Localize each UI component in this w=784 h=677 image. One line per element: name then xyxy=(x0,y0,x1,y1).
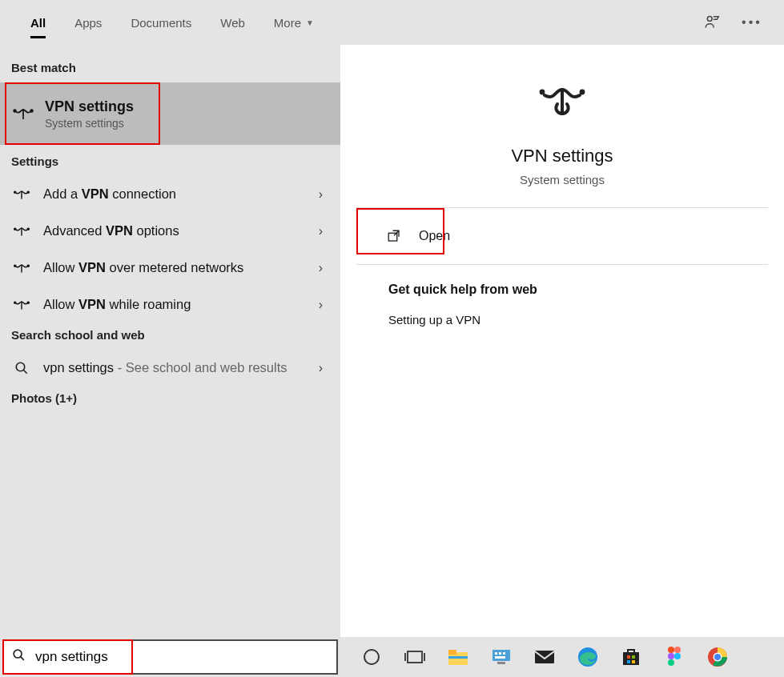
open-label: Open xyxy=(419,229,450,243)
tab-documents[interactable]: Documents xyxy=(116,0,206,45)
search-web-query: vpn settings xyxy=(43,360,114,375)
taskbar-figma[interactable] xyxy=(661,643,688,671)
taskbar xyxy=(0,637,784,677)
vpn-icon xyxy=(11,261,32,275)
tab-all[interactable]: All xyxy=(16,0,60,45)
settings-row-0[interactable]: Add a VPN connection› xyxy=(0,176,340,213)
vpn-icon xyxy=(11,187,32,202)
ellipsis-icon: ••• xyxy=(742,15,762,30)
taskbar-screen-keyboard[interactable] xyxy=(488,643,515,671)
open-button[interactable]: Open xyxy=(356,213,768,259)
tab-apps[interactable]: Apps xyxy=(60,0,116,45)
search-icon xyxy=(11,361,32,375)
taskbar-task-view[interactable] xyxy=(401,643,428,671)
search-web-row[interactable]: vpn settings - See school and web result… xyxy=(0,350,340,387)
settings-row-label: Advanced VPN options xyxy=(43,222,319,239)
vpn-icon xyxy=(11,298,32,312)
best-match-section: VPN settings System settings xyxy=(0,82,340,145)
quick-help-link[interactable]: Setting up a VPN xyxy=(388,313,768,326)
search-icon xyxy=(12,648,26,666)
detail-pane: VPN settings System settings Open Get qu… xyxy=(340,45,784,637)
svg-point-42 xyxy=(668,659,674,666)
svg-line-12 xyxy=(23,370,27,374)
detail-subtitle: System settings xyxy=(520,173,605,186)
svg-point-38 xyxy=(668,647,674,653)
search-web-suffix: - See school and web results xyxy=(114,360,287,375)
svg-point-11 xyxy=(16,363,25,371)
detail-title: VPN settings xyxy=(511,146,613,166)
quick-help-header: Get quick help from web xyxy=(388,282,768,297)
more-options-button[interactable]: ••• xyxy=(741,11,763,34)
taskbar-cortana[interactable] xyxy=(358,643,385,671)
tab-web-label: Web xyxy=(220,16,245,30)
chevron-right-icon: › xyxy=(319,187,329,202)
svg-point-6 xyxy=(27,228,29,230)
settings-header: Settings xyxy=(0,150,340,176)
tab-all-label: All xyxy=(30,16,46,30)
svg-point-18 xyxy=(364,650,379,664)
svg-point-10 xyxy=(27,302,29,303)
best-match-result[interactable]: VPN settings System settings xyxy=(0,82,340,145)
svg-rect-23 xyxy=(448,650,456,655)
svg-point-9 xyxy=(14,302,16,303)
svg-point-1 xyxy=(14,110,16,112)
svg-point-3 xyxy=(14,191,16,193)
best-match-header: Best match xyxy=(0,56,340,82)
svg-rect-24 xyxy=(448,656,468,659)
taskbar-chrome[interactable] xyxy=(704,643,731,671)
taskbar-microsoft-store[interactable] xyxy=(617,643,645,671)
feedback-icon[interactable] xyxy=(701,11,723,34)
tab-web[interactable]: Web xyxy=(206,0,259,45)
svg-point-8 xyxy=(27,265,29,266)
svg-point-46 xyxy=(714,654,721,660)
taskbar-file-explorer[interactable] xyxy=(444,643,472,671)
svg-point-4 xyxy=(27,191,29,193)
settings-row-2[interactable]: Allow VPN over metered networks› xyxy=(0,250,340,286)
photos-header: Photos (1+) xyxy=(0,387,340,413)
svg-rect-27 xyxy=(499,652,501,655)
svg-rect-34 xyxy=(627,655,630,659)
svg-rect-19 xyxy=(408,651,422,663)
tab-more-label: More xyxy=(274,16,301,30)
settings-row-3[interactable]: Allow VPN while roaming› xyxy=(0,286,340,323)
chevron-right-icon: › xyxy=(319,224,329,238)
svg-point-40 xyxy=(668,653,674,659)
svg-point-13 xyxy=(540,90,545,95)
chevron-right-icon: › xyxy=(319,261,329,275)
settings-row-label: Add a VPN connection xyxy=(43,186,319,202)
search-web-label: vpn settings - See school and web result… xyxy=(43,359,319,376)
taskbar-icons xyxy=(340,643,784,671)
svg-rect-31 xyxy=(535,651,554,663)
vpn-icon xyxy=(11,102,35,126)
results-pane: Best match VPN settings System settings … xyxy=(0,45,340,637)
svg-point-0 xyxy=(707,16,712,21)
tab-apps-label: Apps xyxy=(74,16,102,30)
svg-rect-30 xyxy=(497,662,505,664)
svg-rect-36 xyxy=(627,660,630,663)
taskbar-edge[interactable] xyxy=(574,643,601,671)
settings-row-label: Allow VPN while roaming xyxy=(43,296,319,313)
search-web-header: Search school and web xyxy=(0,323,340,350)
svg-line-17 xyxy=(21,657,24,660)
svg-point-39 xyxy=(674,647,681,653)
svg-point-16 xyxy=(14,650,22,658)
settings-row-1[interactable]: Advanced VPN options› xyxy=(0,213,340,250)
chevron-right-icon: › xyxy=(319,361,329,375)
best-match-title: VPN settings xyxy=(45,98,134,115)
svg-rect-37 xyxy=(632,660,635,663)
svg-point-2 xyxy=(30,110,33,112)
taskbar-search-box[interactable] xyxy=(2,639,338,675)
taskbar-search-input[interactable] xyxy=(35,649,328,665)
search-tabs-bar: All Apps Documents Web More▼ ••• xyxy=(0,0,784,45)
taskbar-mail[interactable] xyxy=(531,643,558,671)
vpn-large-icon xyxy=(534,77,590,125)
open-app-icon xyxy=(387,229,401,243)
settings-row-label: Allow VPN over metered networks xyxy=(43,259,319,276)
vpn-icon xyxy=(11,224,32,238)
svg-rect-33 xyxy=(623,652,639,665)
svg-point-7 xyxy=(14,265,16,266)
tab-more[interactable]: More▼ xyxy=(259,0,328,45)
svg-point-41 xyxy=(674,653,681,659)
best-match-subtitle: System settings xyxy=(45,117,134,130)
svg-point-5 xyxy=(14,228,16,230)
